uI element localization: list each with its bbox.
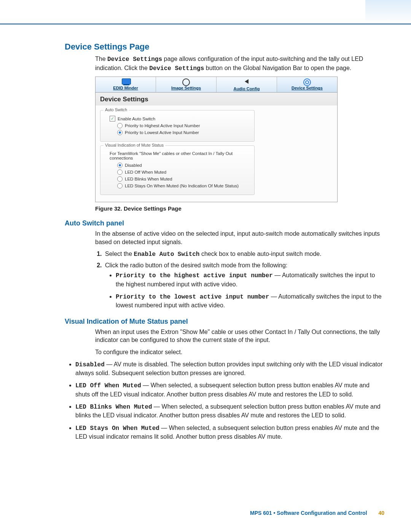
- tab-edid-minder[interactable]: EDID Minder: [96, 77, 156, 92]
- checkbox-label: Enable Auto Switch: [118, 117, 155, 121]
- radio-icon: [117, 176, 123, 182]
- tab-device-settings[interactable]: Device Settings: [277, 77, 337, 92]
- radio-label: Disabled: [125, 163, 142, 168]
- step-mono: Enable Auto Switch: [134, 251, 200, 258]
- fieldset-note: For TeamWork "Show Me" cables or other C…: [110, 151, 250, 160]
- list-item: Priority to the highest active input num…: [116, 271, 384, 289]
- tab-bar: EDID Minder Image Settings Audio Config …: [96, 77, 337, 93]
- tab-label: Audio Config: [217, 86, 277, 91]
- speaker-icon: [243, 79, 250, 86]
- footer-text: MPS 601 • Software Configuration and Con…: [250, 510, 367, 516]
- list-item: LED Blinks When Muted — When selected, a…: [75, 403, 384, 420]
- radio-label: LED Stays On When Muted (No Indication O…: [125, 184, 239, 188]
- radio-icon: [117, 163, 123, 168]
- step-text: Select the: [105, 251, 134, 257]
- tab-audio-config[interactable]: Audio Config: [217, 77, 277, 92]
- bullet-mono: Disabled: [75, 361, 105, 368]
- checkbox-enable-auto-switch[interactable]: ✓ Enable Auto Switch: [110, 116, 250, 121]
- step-text-after: check box to enable auto-input switch mo…: [199, 251, 321, 257]
- radio-label: Priority to Highest Active Input Number: [125, 123, 200, 128]
- radio-priority-lowest[interactable]: Priority to Lowest Active Input Number: [117, 130, 250, 135]
- page-heading: Device Settings Page: [65, 42, 384, 52]
- figure-caption: Figure 32. Device Settings Page: [95, 205, 384, 212]
- list-item: Priority to the lowest active input numb…: [116, 292, 384, 310]
- radio-led-blinks-when-muted[interactable]: LED Blinks When Muted: [117, 176, 250, 182]
- step-text: Click the radio button of the desired sw…: [105, 262, 287, 268]
- radio-led-off-when-muted[interactable]: LED Off When Muted: [117, 169, 250, 175]
- radio-led-stays-on-when-muted[interactable]: LED Stays On When Muted (No Indication O…: [117, 183, 250, 189]
- list-item: Click the radio button of the desired sw…: [104, 261, 384, 310]
- check-icon: ✓: [110, 116, 115, 121]
- list-item: LED Off When Muted — When selected, a su…: [75, 381, 384, 399]
- intro-text-after: button on the Global Navigation Bar to o…: [204, 65, 351, 71]
- list-item: Disabled — AV mute is disabled. The sele…: [75, 360, 384, 378]
- bullet-desc: — AV mute is disabled. The selection but…: [75, 361, 382, 376]
- page-number: 40: [378, 510, 384, 516]
- brightness-icon: [182, 78, 190, 85]
- radio-icon: [117, 169, 123, 175]
- radio-label: LED Off When Muted: [125, 170, 166, 174]
- bullet-mono: Priority to the highest active input num…: [116, 272, 273, 279]
- fieldset-auto-switch: Auto Switch ✓ Enable Auto Switch Priorit…: [100, 110, 255, 142]
- fieldset-legend: Visual Indication of Mute Status: [104, 143, 165, 147]
- tab-image-settings[interactable]: Image Settings: [156, 77, 217, 92]
- radio-label: Priority to Lowest Active Input Number: [125, 130, 199, 135]
- figure-device-settings: EDID Minder Image Settings Audio Config …: [95, 77, 338, 202]
- radio-icon: [117, 183, 123, 189]
- auto-switch-steps: Select the Enable Auto Switch check box …: [95, 250, 384, 310]
- page-footer: MPS 601 • Software Configuration and Con…: [250, 510, 384, 516]
- tab-label: Device Settings: [277, 86, 337, 90]
- radio-icon: [117, 123, 123, 128]
- fieldset-mute-status: Visual Indication of Mute Status For Tea…: [100, 145, 255, 195]
- list-item: Select the Enable Auto Switch check box …: [104, 250, 384, 259]
- panel-body: Auto Switch ✓ Enable Auto Switch Priorit…: [96, 105, 337, 202]
- radio-icon: [117, 130, 123, 135]
- header-gradient: [365, 0, 411, 24]
- tab-label: EDID Minder: [96, 86, 156, 90]
- fieldset-legend: Auto Switch: [104, 107, 129, 112]
- heading-visual-mute-panel: Visual Indication of Mute Status panel: [65, 318, 384, 326]
- intro-mono-2: Device Settings: [149, 65, 204, 72]
- header-rule: [0, 24, 411, 24]
- gear-icon: [303, 78, 311, 85]
- mute-option-bullets: Disabled — AV mute is disabled. The sele…: [65, 360, 384, 441]
- bullet-mono: Priority to the lowest active input numb…: [116, 294, 269, 300]
- heading-auto-switch-panel: Auto Switch panel: [65, 219, 384, 227]
- bullet-mono: LED Stays On When Muted: [75, 425, 159, 432]
- auto-switch-intro: In the absense of active video on the se…: [95, 230, 384, 246]
- panel-title: Device Settings: [96, 93, 337, 105]
- intro-text: The: [95, 56, 107, 62]
- radio-label: LED Blinks When Muted: [125, 177, 172, 181]
- monitor-icon: [122, 78, 129, 85]
- intro-paragraph: The Device Settings page allows configur…: [95, 55, 384, 73]
- bullet-mono: LED Blinks When Muted: [75, 404, 152, 411]
- radio-priority-highest[interactable]: Priority to Highest Active Input Number: [117, 123, 250, 128]
- priority-bullets: Priority to the highest active input num…: [105, 271, 384, 310]
- mute-config-lead: To configure the indicator select.: [95, 348, 384, 356]
- radio-mute-disabled[interactable]: Disabled: [117, 163, 250, 168]
- mute-intro: When an input uses the Extron "Show Me" …: [95, 328, 384, 344]
- intro-mono-1: Device Settings: [107, 56, 162, 63]
- list-item: LED Stays On When Muted — When selected,…: [75, 424, 384, 441]
- bullet-mono: LED Off When Muted: [75, 382, 141, 389]
